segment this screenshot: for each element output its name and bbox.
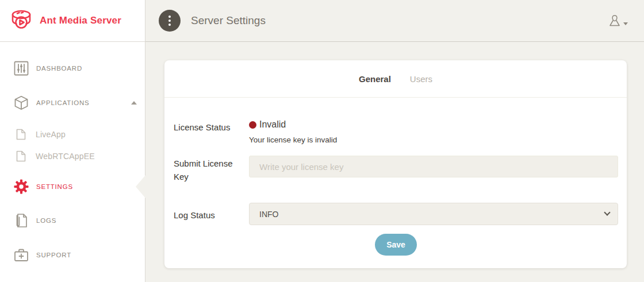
sidebar-item-dashboard[interactable]: DASHBOARD [14, 60, 137, 76]
sidebar-item-label: SETTINGS [36, 183, 73, 190]
sidebar-item-label: SUPPORT [36, 252, 71, 258]
page-title: Server Settings [191, 14, 266, 27]
sidebar-item-label: DASHBOARD [36, 65, 82, 72]
save-row: Save [174, 234, 618, 256]
active-item-notch [136, 175, 145, 198]
user-menu-button[interactable] [608, 14, 628, 28]
save-button[interactable]: Save [375, 234, 417, 256]
log-status-select[interactable]: INFO [249, 203, 618, 225]
caret-down-icon [623, 22, 628, 25]
brand-logo[interactable]: Ant Media Server [0, 0, 145, 42]
caret-up-icon[interactable] [131, 101, 137, 105]
file-icon [16, 129, 26, 140]
dashboard-sliders-icon [14, 61, 29, 76]
log-status-label: Log Status [174, 203, 249, 225]
gear-icon [14, 179, 29, 194]
sidebar-item-webrtcappee[interactable]: WebRTCAppEE [16, 148, 137, 164]
sidebar-item-label: WebRTCAppEE [36, 152, 95, 161]
settings-tabs: General Users [164, 60, 627, 98]
log-status-row: Log Status INFO [174, 203, 618, 225]
kebab-menu-icon [168, 16, 171, 26]
submit-license-key-label: Submit License Key [174, 156, 249, 183]
sidebar: Ant Media Server DASHBOARD APPLICATIONS [0, 0, 145, 282]
submit-license-key-row: Submit License Key [174, 156, 618, 183]
header: Server Settings [145, 0, 644, 42]
file-icon [16, 150, 26, 162]
first-aid-kit-icon [14, 248, 29, 262]
log-file-icon [14, 213, 29, 228]
invalid-status-dot-icon [249, 121, 256, 129]
tab-users[interactable]: Users [410, 74, 432, 84]
sidebar-item-liveapp[interactable]: LiveApp [16, 126, 137, 142]
sidebar-item-settings[interactable]: SETTINGS [14, 179, 137, 195]
license-status-label: License Status [174, 119, 249, 144]
license-status-row: License Status Invalid Your license key … [174, 119, 618, 144]
sidebar-item-label: APPLICATIONS [36, 99, 89, 106]
applications-box-icon [14, 95, 29, 110]
general-settings-form: License Status Invalid Your license key … [164, 98, 627, 256]
license-status-caption: Your license key is invalid [249, 136, 618, 144]
sidebar-item-support[interactable]: SUPPORT [14, 247, 137, 263]
brand-name: Ant Media Server [40, 15, 121, 26]
tab-general[interactable]: General [359, 74, 391, 84]
menu-button[interactable] [159, 10, 181, 32]
license-key-input[interactable] [249, 156, 618, 177]
sidebar-item-label: LiveApp [36, 130, 66, 139]
server-settings-card: General Users License Status Invalid You… [164, 60, 627, 268]
ant-media-logo-icon [8, 9, 34, 33]
license-status-value: Invalid [259, 119, 286, 130]
sidebar-item-label: LOGS [36, 217, 56, 224]
sidebar-item-applications[interactable]: APPLICATIONS [14, 95, 137, 111]
user-icon [608, 14, 621, 28]
sidebar-item-logs[interactable]: LOGS [14, 213, 137, 229]
